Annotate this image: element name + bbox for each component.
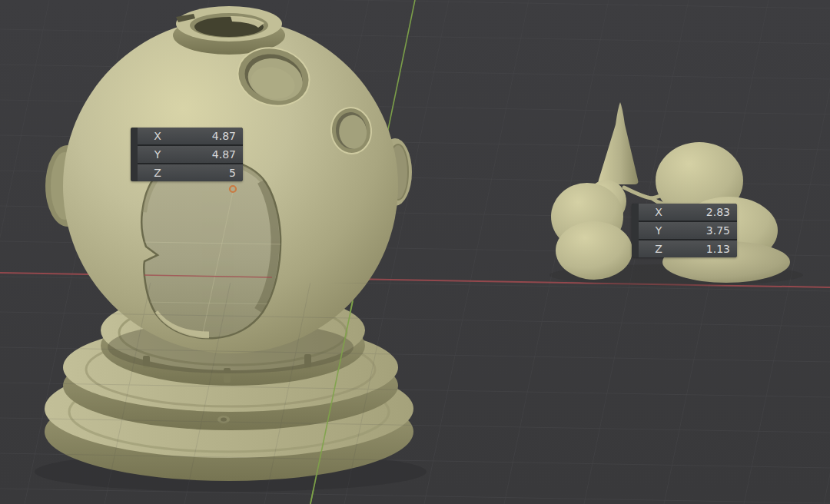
axis-label-y: Y: [639, 222, 679, 239]
dimension-row-z[interactable]: Z 5: [138, 164, 243, 181]
axis-value-y[interactable]: 4.87: [178, 146, 243, 163]
dimension-overlay-right: X 2.83 Y 3.75 Z 1.13: [632, 204, 737, 257]
dimension-row-z[interactable]: Z 1.13: [639, 240, 737, 257]
dimension-overlay-left: X 4.87 Y 4.87 Z 5: [131, 128, 243, 181]
helmet-front-opening: [141, 158, 283, 338]
axis-value-z[interactable]: 5: [178, 164, 243, 181]
dimension-row-x[interactable]: X 4.87: [138, 128, 243, 144]
dimension-row-x[interactable]: X 2.83: [639, 204, 737, 220]
axis-value-y[interactable]: 3.75: [679, 222, 737, 239]
axis-value-z[interactable]: 1.13: [679, 240, 737, 257]
axis-value-x[interactable]: 4.87: [178, 128, 243, 144]
dome-bottom-left: [556, 221, 632, 280]
dimension-row-y[interactable]: Y 4.87: [138, 146, 243, 163]
panel-right-strip: [632, 204, 639, 257]
panel-left-strip: [131, 128, 138, 181]
axis-label-x: X: [639, 204, 679, 220]
axis-label-y: Y: [138, 146, 178, 163]
dimension-row-y[interactable]: Y 3.75: [639, 222, 737, 239]
axis-label-z: Z: [138, 164, 178, 181]
axis-label-z: Z: [639, 240, 679, 257]
axis-value-x[interactable]: 2.83: [679, 204, 737, 220]
3d-viewport[interactable]: X 4.87 Y 4.87 Z 5 X 2.83 Y 3.75 Z 1.13: [0, 0, 830, 504]
axis-label-x: X: [138, 128, 178, 144]
